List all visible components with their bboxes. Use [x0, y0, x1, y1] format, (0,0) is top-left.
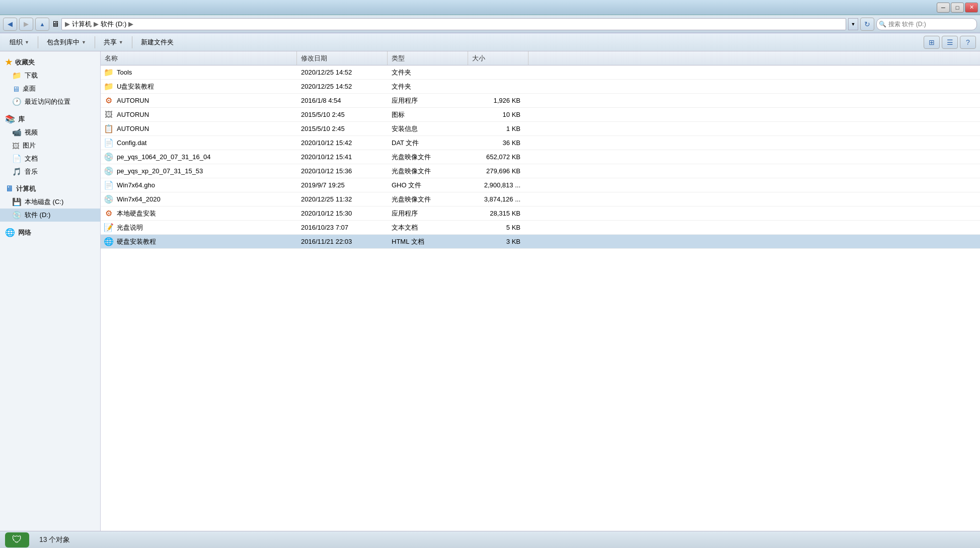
- table-row[interactable]: 🌐 硬盘安装教程 2016/11/21 22:03 HTML 文档 3 KB: [101, 235, 980, 249]
- file-name-cell: 💿 Win7x64_2020: [101, 194, 297, 204]
- main-layout: ★ 收藏夹 📁 下载 🖥 桌面 🕐 最近访问的位置 📚 库: [0, 51, 980, 531]
- maximize-button[interactable]: □: [951, 3, 964, 13]
- close-button[interactable]: ✕: [965, 3, 978, 13]
- file-type-icon: 📄: [104, 180, 114, 190]
- file-date: 2020/10/12 15:36: [297, 167, 388, 175]
- sidebar-item-soft-d[interactable]: 💿 软件 (D:): [0, 209, 100, 222]
- share-label: 共享: [104, 38, 117, 47]
- col-header-size[interactable]: 大小: [468, 51, 529, 65]
- sidebar-computer-section: 🖥 计算机 💾 本地磁盘 (C:) 💿 软件 (D:): [0, 182, 100, 222]
- table-row[interactable]: 📁 Tools 2020/12/25 14:52 文件夹: [101, 65, 980, 80]
- breadcrumb-drive[interactable]: 软件 (D:): [101, 20, 126, 29]
- music-label: 音乐: [25, 167, 38, 176]
- file-date: 2015/5/10 2:45: [297, 125, 388, 132]
- file-name-cell: 💿 pe_yqs_xp_20_07_31_15_53: [101, 166, 297, 176]
- col-header-modified[interactable]: 修改日期: [297, 51, 388, 65]
- file-date: 2015/5/10 2:45: [297, 111, 388, 118]
- new-folder-button[interactable]: 新建文件夹: [135, 35, 179, 49]
- local-c-label: 本地磁盘 (C:): [25, 197, 63, 207]
- file-type-label: 文件夹: [388, 82, 468, 91]
- library-arrow-icon: ▼: [82, 40, 86, 45]
- file-type-label: HTML 文档: [388, 237, 468, 246]
- up-button[interactable]: ▲: [35, 18, 49, 31]
- file-name: Tools: [117, 68, 132, 76]
- sidebar-network-header: 🌐 网络: [0, 226, 100, 239]
- breadcrumb-computer[interactable]: 计算机: [72, 20, 92, 29]
- file-type-icon: 📄: [104, 138, 114, 148]
- file-type-label: 光盘映像文件: [388, 153, 468, 162]
- file-size: 36 KB: [468, 139, 529, 147]
- doc-icon: 📄: [12, 154, 22, 163]
- col-header-type[interactable]: 类型: [388, 51, 468, 65]
- file-type-label: 图标: [388, 110, 468, 119]
- library-button[interactable]: 包含到库中 ▼: [41, 35, 92, 49]
- organize-button[interactable]: 组织 ▼: [4, 35, 35, 49]
- sidebar-item-music[interactable]: 🎵 音乐: [0, 165, 100, 178]
- file-name-cell: 💿 pe_yqs_1064_20_07_31_16_04: [101, 152, 297, 162]
- table-row[interactable]: 📄 Config.dat 2020/10/12 15:42 DAT 文件 36 …: [101, 136, 980, 150]
- address-path[interactable]: ▶ 计算机 ▶ 软件 (D:) ▶: [61, 18, 846, 30]
- view-mode-button[interactable]: ⊞: [924, 36, 940, 49]
- file-type-label: 文件夹: [388, 68, 468, 77]
- help-button[interactable]: ?: [960, 36, 976, 49]
- sidebar-item-local-c[interactable]: 💾 本地磁盘 (C:): [0, 195, 100, 209]
- sidebar-item-video[interactable]: 📹 视频: [0, 126, 100, 139]
- file-type-icon: 💿: [104, 152, 114, 162]
- toolbar-sep3: [132, 36, 132, 48]
- picture-icon: 🖼: [12, 142, 20, 150]
- file-type-icon: 🌐: [104, 237, 114, 247]
- file-size: 1 KB: [468, 125, 529, 132]
- file-size: 3,874,126 ...: [468, 195, 529, 203]
- sidebar-computer-header: 🖥 计算机: [0, 182, 100, 195]
- toolbar-sep1: [38, 36, 38, 48]
- title-bar: ─ □ ✕: [0, 0, 980, 15]
- file-name: AUTORUN: [117, 125, 149, 132]
- table-row[interactable]: 📁 U盘安装教程 2020/12/25 14:52 文件夹: [101, 80, 980, 94]
- back-button[interactable]: ◀: [3, 18, 17, 31]
- search-box[interactable]: 🔍: [876, 18, 977, 30]
- file-size: 1,926 KB: [468, 97, 529, 104]
- table-row[interactable]: 📋 AUTORUN 2015/5/10 2:45 安装信息 1 KB: [101, 122, 980, 136]
- file-size: 2,900,813 ...: [468, 181, 529, 189]
- sidebar-item-desktop[interactable]: 🖥 桌面: [0, 82, 100, 95]
- search-input[interactable]: [888, 21, 974, 28]
- breadcrumb-sep3: ▶: [128, 20, 133, 28]
- forward-button[interactable]: ▶: [19, 18, 33, 31]
- file-type-label: 光盘映像文件: [388, 195, 468, 204]
- file-name: Win7x64_2020: [117, 195, 161, 203]
- share-button[interactable]: 共享 ▼: [98, 35, 129, 49]
- minimize-button[interactable]: ─: [937, 3, 950, 13]
- file-name: 本地硬盘安装: [117, 209, 156, 218]
- table-row[interactable]: ⚙ AUTORUN 2016/1/8 4:54 应用程序 1,926 KB: [101, 94, 980, 108]
- table-row[interactable]: 🖼 AUTORUN 2015/5/10 2:45 图标 10 KB: [101, 108, 980, 122]
- sidebar-library-header: 📚 库: [0, 112, 100, 126]
- table-row[interactable]: 💿 Win7x64_2020 2020/12/25 11:32 光盘映像文件 3…: [101, 192, 980, 207]
- file-name-cell: 🖼 AUTORUN: [101, 110, 297, 120]
- file-type-icon: 📝: [104, 223, 114, 233]
- file-size: 279,696 KB: [468, 167, 529, 175]
- soft-d-label: 软件 (D:): [25, 211, 50, 220]
- sidebar-item-recent[interactable]: 🕐 最近访问的位置: [0, 95, 100, 108]
- sidebar-item-doc[interactable]: 📄 文档: [0, 152, 100, 165]
- file-name: 光盘说明: [117, 223, 143, 232]
- table-row[interactable]: 📄 Win7x64.gho 2019/9/7 19:25 GHO 文件 2,90…: [101, 178, 980, 192]
- picture-label: 图片: [23, 141, 36, 150]
- address-dropdown-button[interactable]: ▼: [848, 18, 858, 30]
- table-row[interactable]: 💿 pe_yqs_1064_20_07_31_16_04 2020/10/12 …: [101, 150, 980, 164]
- file-date: 2016/11/21 22:03: [297, 238, 388, 245]
- file-date: 2020/12/25 11:32: [297, 195, 388, 203]
- view-details-button[interactable]: ☰: [942, 36, 958, 49]
- table-row[interactable]: ⚙ 本地硬盘安装 2020/10/12 15:30 应用程序 28,315 KB: [101, 207, 980, 221]
- status-bar: 🛡 13 个对象: [0, 531, 980, 548]
- sidebar-favorites-section: ★ 收藏夹 📁 下载 🖥 桌面 🕐 最近访问的位置: [0, 55, 100, 108]
- table-row[interactable]: 💿 pe_yqs_xp_20_07_31_15_53 2020/10/12 15…: [101, 164, 980, 178]
- col-header-name[interactable]: 名称: [101, 51, 297, 65]
- organize-arrow-icon: ▼: [25, 40, 29, 45]
- sidebar-item-download[interactable]: 📁 下载: [0, 69, 100, 82]
- sidebar-item-picture[interactable]: 🖼 图片: [0, 139, 100, 152]
- file-type-label: 安装信息: [388, 124, 468, 133]
- file-type-icon: 🖼: [104, 110, 114, 120]
- file-type-icon: 📁: [104, 67, 114, 78]
- refresh-button[interactable]: ↻: [860, 18, 874, 31]
- table-row[interactable]: 📝 光盘说明 2016/10/23 7:07 文本文档 5 KB: [101, 221, 980, 235]
